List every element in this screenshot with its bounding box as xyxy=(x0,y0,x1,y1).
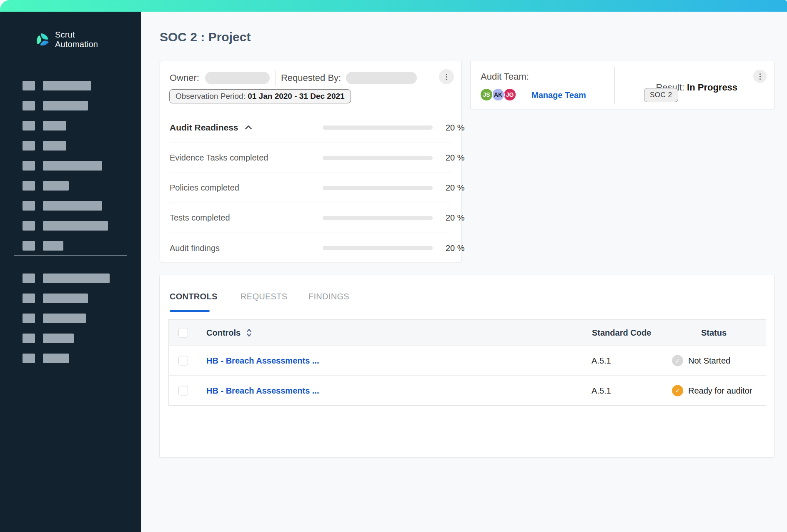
sidebar-item-icon-skeleton xyxy=(23,221,35,231)
kebab-icon xyxy=(446,74,447,75)
sidebar-item-icon-skeleton xyxy=(23,141,35,151)
card-vertical-divider xyxy=(614,67,615,104)
sidebar-item-icon-skeleton xyxy=(23,334,35,343)
select-all-checkbox[interactable] xyxy=(178,328,188,338)
team-card-menu-button[interactable] xyxy=(753,70,767,83)
avatar[interactable]: AK xyxy=(491,88,505,101)
meta-divider xyxy=(276,70,276,86)
readiness-row-label: Tests completed xyxy=(170,213,230,223)
sidebar-item-icon-skeleton xyxy=(23,81,35,90)
sidebar-item[interactable] xyxy=(23,201,108,211)
chevron-up-icon[interactable] xyxy=(245,125,252,132)
sidebar-item[interactable] xyxy=(23,314,110,323)
audit-readiness-header-row: Audit Readiness 20 % xyxy=(170,113,451,143)
brand-logo: Scrut Automation xyxy=(35,30,98,49)
control-link[interactable]: HB - Breach Assessments ... xyxy=(206,386,319,395)
avatar[interactable]: JG xyxy=(503,88,516,101)
sidebar-item[interactable] xyxy=(23,121,108,130)
standard-code-value: A.5.1 xyxy=(592,386,611,395)
sidebar-item[interactable] xyxy=(23,81,108,90)
readiness-progressbar xyxy=(323,156,433,160)
scrut-logo-icon xyxy=(35,32,50,48)
result-value: In Progress xyxy=(687,82,737,93)
sidebar-item-label-skeleton xyxy=(43,354,69,363)
avatar[interactable]: JS xyxy=(480,88,493,101)
sidebar-item[interactable] xyxy=(23,181,108,191)
sidebar-item-label-skeleton xyxy=(43,181,69,191)
status-label: Not Started xyxy=(688,356,730,366)
brand-name: Scrut Automation xyxy=(55,30,98,49)
requested-by-value-skeleton xyxy=(346,72,417,84)
sidebar-item-icon-skeleton xyxy=(23,121,35,130)
tab-requests[interactable]: REQUESTS xyxy=(241,292,308,307)
status-check-icon: ✓ xyxy=(672,355,683,366)
sidebar-item[interactable] xyxy=(23,221,108,231)
sidebar-item-icon-skeleton xyxy=(23,241,35,251)
framework-chip: SOC 2 xyxy=(644,88,678,102)
kebab-icon xyxy=(759,73,761,75)
readiness-percent: 20 % xyxy=(446,213,465,223)
sidebar-item-icon-skeleton xyxy=(23,294,35,303)
readiness-row-label: Audit findings xyxy=(170,243,220,253)
sidebar-item[interactable] xyxy=(23,241,108,251)
sidebar-divider xyxy=(14,255,127,256)
sidebar-item[interactable] xyxy=(23,294,110,303)
project-summary-card: Owner: Requested By: Observation Period:… xyxy=(160,61,462,262)
sidebar-item-icon-skeleton xyxy=(23,274,35,283)
control-link[interactable]: HB - Breach Assessments ... xyxy=(206,356,319,366)
sidebar-item[interactable] xyxy=(23,161,108,171)
readiness-row: Tests completed 20 % xyxy=(170,203,451,233)
status-label: Ready for auditor xyxy=(688,386,752,395)
sidebar-item-label-skeleton xyxy=(43,101,88,110)
sidebar-item[interactable] xyxy=(23,141,108,151)
sidebar-item[interactable] xyxy=(23,334,110,343)
readiness-percent: 20 % xyxy=(446,153,465,163)
controls-card: CONTROLS REQUESTS FINDINGS Controls Stan… xyxy=(159,275,774,458)
standard-code-value: A.5.1 xyxy=(592,356,611,366)
audit-readiness-title: Audit Readiness xyxy=(170,123,238,133)
page-title: SOC 2 : Project xyxy=(160,30,251,44)
readiness-row: Policies completed 20 % xyxy=(170,173,451,203)
column-header-status: Status xyxy=(701,328,727,338)
status-cell: ✓ Not Started xyxy=(672,355,730,366)
kebab-icon xyxy=(446,79,447,80)
observation-period-chip: Observation Period: 01 Jan 2020 - 31 Dec… xyxy=(169,89,351,103)
readiness-row-label: Evidence Tasks completed xyxy=(170,153,268,163)
requested-by-label: Requested By: xyxy=(281,73,341,83)
sidebar-item[interactable] xyxy=(23,274,110,283)
manage-team-link[interactable]: Manage Team xyxy=(531,90,586,100)
row-checkbox[interactable] xyxy=(178,356,188,366)
audit-team-card: Audit Team: JS AK JG Manage Team Result:… xyxy=(470,61,774,109)
readiness-percent: 20 % xyxy=(446,243,465,253)
audit-readiness-progressbar xyxy=(323,125,433,130)
sidebar-nav-group-bottom xyxy=(23,274,110,374)
active-tab-indicator xyxy=(170,310,210,312)
readiness-row: Audit findings 20 % xyxy=(170,233,451,263)
sidebar-item[interactable] xyxy=(23,101,108,110)
readiness-progressbar xyxy=(323,246,433,250)
project-card-menu-button[interactable] xyxy=(439,69,454,84)
row-checkbox[interactable] xyxy=(178,386,188,395)
audit-readiness-percent: 20 % xyxy=(446,123,465,133)
tab-controls[interactable]: CONTROLS xyxy=(170,292,241,307)
sidebar-item-label-skeleton xyxy=(43,221,108,231)
tab-findings[interactable]: FINDINGS xyxy=(308,292,349,307)
readiness-row: Evidence Tasks completed 20 % xyxy=(170,143,451,173)
table-header-row: Controls Standard Code Status xyxy=(169,320,766,346)
sidebar-item-icon-skeleton xyxy=(23,314,35,323)
tab-bar: CONTROLS REQUESTS FINDINGS xyxy=(170,292,349,307)
readiness-row-label: Policies completed xyxy=(170,183,239,193)
sidebar-item[interactable] xyxy=(23,354,110,363)
top-accent-bar xyxy=(0,0,787,12)
sidebar-item-label-skeleton xyxy=(43,81,91,90)
sidebar-item-label-skeleton xyxy=(43,141,66,151)
sidebar-item-label-skeleton xyxy=(43,294,88,303)
readiness-percent: 20 % xyxy=(446,183,465,193)
sidebar-item-icon-skeleton xyxy=(23,101,35,110)
sidebar: Scrut Automation xyxy=(0,12,141,532)
sidebar-item-label-skeleton xyxy=(43,274,110,283)
column-header-controls: Controls xyxy=(206,328,252,338)
kebab-icon xyxy=(759,76,761,77)
sort-icon[interactable] xyxy=(246,329,252,337)
owner-value-skeleton xyxy=(205,72,270,84)
